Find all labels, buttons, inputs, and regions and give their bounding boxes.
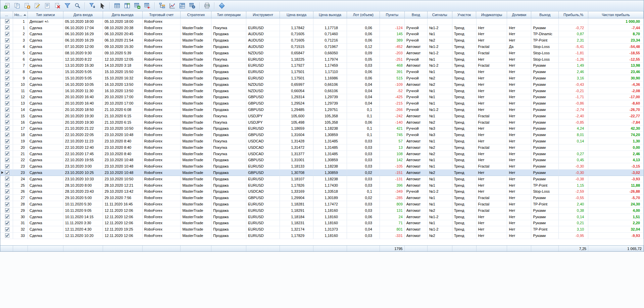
row-checkbox[interactable] (5, 108, 9, 112)
cell-points[interactable]: 24 (380, 214, 405, 220)
cell-num[interactable]: 14 (13, 107, 28, 113)
cell-indicators[interactable]: Fractal (477, 163, 507, 170)
cell-exit[interactable]: TP-Point (531, 37, 559, 44)
cell-num[interactable]: 6 (13, 56, 28, 63)
cell-additions[interactable]: Нет (507, 25, 531, 31)
cell-date_out[interactable]: 09.10.2020 5:39 (103, 50, 143, 56)
cell-section[interactable]: Тренд (452, 37, 477, 44)
cell-exit[interactable]: Руками (531, 144, 559, 151)
cell-profit_pct[interactable]: -1,71 (559, 94, 588, 101)
cell-points[interactable]: -52 (380, 88, 405, 94)
cell-exit[interactable]: Руками (531, 233, 559, 239)
cell-entry[interactable]: Автомат (405, 113, 428, 119)
cell-indicators[interactable]: Нет (477, 107, 507, 113)
cell-net[interactable]: -9,93 (588, 233, 644, 239)
cell-exit[interactable]: Руками (531, 214, 559, 220)
cell-points[interactable]: -349 (380, 189, 405, 195)
cell-indicators[interactable]: Нет (477, 233, 507, 239)
row-checkbox[interactable] (5, 221, 9, 225)
cell-net[interactable]: 42,30 (588, 126, 644, 132)
cell-net[interactable]: -3,02 (588, 170, 644, 176)
cell-signals[interactable]: №1-2 (428, 63, 452, 69)
cell-points[interactable]: -266 (380, 107, 405, 113)
cell-indicators[interactable] (477, 18, 507, 25)
cell-net[interactable]: -3,93 (588, 176, 644, 182)
cell-account[interactable]: RoboForex (143, 144, 181, 151)
cell-account[interactable]: RoboForex (143, 214, 181, 220)
column-header-points[interactable]: Пункты (380, 11, 405, 18)
cell-net[interactable]: 11,88 (588, 182, 644, 189)
cell-price_out[interactable]: 1,31373 (313, 226, 347, 233)
cell-signals[interactable]: №1-2 (428, 50, 452, 56)
cell-date_in[interactable]: 16.10.2020 11:30 (63, 88, 103, 94)
cell-account[interactable]: RoboForex (143, 207, 181, 214)
table-row[interactable]: 32Сделка12.11.2020 4:3012.11.2020 19:25R… (0, 226, 644, 233)
table-row[interactable]: 16Сделка20.10.2020 19:3021.10.2020 6:15R… (0, 119, 644, 126)
row-checkbox[interactable] (5, 214, 9, 219)
cell-account[interactable]: RoboForex (143, 182, 181, 189)
cell-exit[interactable]: Руками (531, 132, 559, 138)
cell-date_out[interactable]: 06.10.2020 20:45 (103, 31, 143, 38)
chart-view-button[interactable] (167, 2, 177, 10)
cell-points[interactable]: -215 (380, 100, 405, 107)
cell-num[interactable]: 16 (13, 119, 28, 126)
cell-instrument[interactable]: GBPUSD (246, 100, 280, 107)
cell-section[interactable]: Тренд (452, 44, 477, 50)
cell-net[interactable]: 74,20 (588, 132, 644, 138)
cell-date_out[interactable]: 23.10.2020 8:40 (103, 138, 143, 144)
cell-strategy[interactable]: MasterTrade (181, 189, 211, 195)
column-header-date_in[interactable]: Дата входа (63, 11, 103, 18)
cell-lot[interactable]: 0,03 (347, 63, 380, 69)
cell-lot[interactable]: 0,03 (347, 176, 380, 182)
cell-profit_pct[interactable] (559, 18, 588, 25)
cell-net[interactable]: 2,20 (588, 220, 644, 227)
cell-num[interactable]: 25 (13, 182, 28, 189)
cell-points[interactable]: -105 (380, 163, 405, 170)
table-row[interactable]: 17Сделка21.10.2020 21:2223.10.2020 10:50… (0, 126, 644, 132)
cell-points[interactable]: 71 (380, 220, 405, 227)
table-row[interactable]: 11Сделка16.10.2020 11:3016.10.2020 13:50… (0, 88, 644, 94)
cell-section[interactable]: Тренд (452, 25, 477, 31)
cell-section[interactable]: Тренд (452, 220, 477, 227)
table-row[interactable]: 10Сделка16.10.2020 10:0516.10.2020 13:50… (0, 81, 644, 88)
cell-date_out[interactable]: 08.10.2020 20:38 (103, 25, 143, 31)
cell-strategy[interactable]: MasterTrade (181, 119, 211, 126)
cell-section[interactable]: Тренд (452, 176, 477, 182)
row-checkbox[interactable] (5, 151, 9, 156)
cell-instrument[interactable]: USDJPY (246, 119, 280, 126)
cell-signals[interactable]: №3 (428, 126, 452, 132)
row-checkbox[interactable] (5, 158, 9, 162)
cell-entry[interactable]: Ручной (405, 94, 428, 101)
cell-price_out[interactable]: 1,18238 (313, 126, 347, 132)
cell-date_out[interactable]: 20.10.2020 17:00 (103, 100, 143, 107)
cell-date_in[interactable]: 11.11.2020 3:30 (63, 220, 103, 227)
cell-additions[interactable]: Нет (507, 100, 531, 107)
cell-net[interactable]: -2,08 (588, 88, 644, 94)
cell-exit[interactable]: Руками (531, 157, 559, 164)
cell-indicators[interactable]: Fractal (477, 113, 507, 119)
cell-date_in[interactable]: 23.10.2020 10:25 (63, 170, 103, 176)
row-checkbox[interactable] (5, 114, 9, 118)
table-row[interactable]: 22Сделка22.10.2020 19:5523.10.2020 10:48… (0, 157, 644, 164)
cell-date_in[interactable]: 10.11.2020 9:05 (63, 207, 103, 214)
cell-entry[interactable]: Ручной (405, 100, 428, 107)
cell-profit_pct[interactable]: 0,14 (559, 214, 588, 220)
cell-num[interactable]: 27 (13, 195, 28, 201)
cell-lot[interactable]: 0,06 (347, 75, 380, 81)
cell-indicators[interactable]: Fractal (477, 207, 507, 214)
row-checkbox[interactable] (5, 202, 9, 206)
cell-price_out[interactable]: 1,18238 (313, 176, 347, 182)
row-checkbox[interactable] (5, 164, 9, 169)
cell-operation[interactable]: Продажа (211, 88, 246, 94)
cell-price_out[interactable]: 1,18160 (313, 207, 347, 214)
cell-account[interactable]: RoboForex (143, 69, 181, 75)
cell-account[interactable]: RoboForex (143, 100, 181, 107)
column-header-additions[interactable]: Доливки (507, 11, 531, 18)
cell-check[interactable] (0, 113, 13, 119)
cell-price_out[interactable]: 1,17974 (313, 56, 347, 63)
table-view-button[interactable] (112, 2, 121, 10)
grid-settings-button[interactable] (188, 2, 197, 10)
search-button[interactable] (73, 2, 82, 10)
cell-lot[interactable]: 0,03 (347, 163, 380, 170)
cell-account[interactable]: RoboForex (143, 226, 181, 233)
